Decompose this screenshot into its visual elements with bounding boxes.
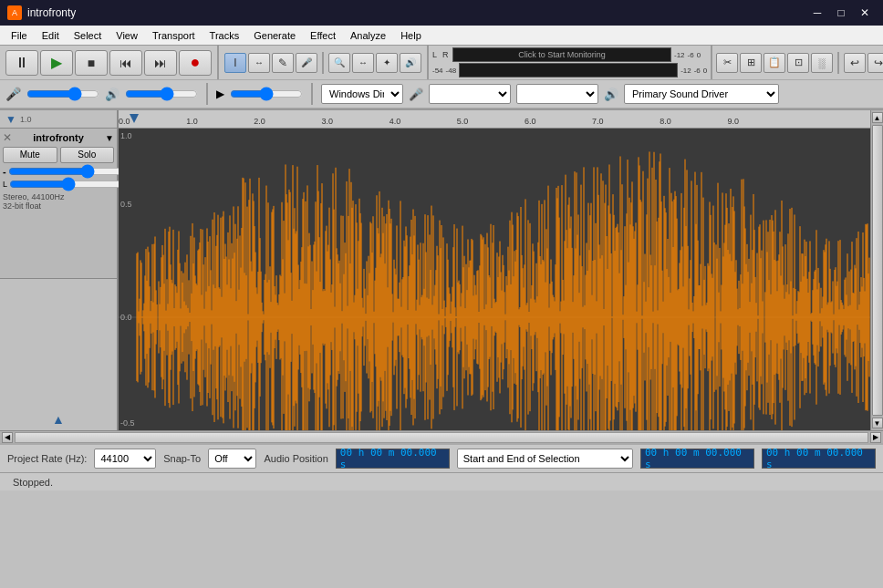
audio-position-field[interactable]: 00 h 00 m 00.000 s	[336, 449, 450, 469]
project-rate-label: Project Rate (Hz):	[7, 453, 87, 464]
menu-analyze[interactable]: Analyze	[343, 28, 393, 43]
waveform-top[interactable]	[119, 129, 870, 430]
stop-button[interactable]: ■	[75, 50, 108, 76]
multi-tool[interactable]: ✦	[376, 53, 398, 73]
mic-icon2: 🎤	[409, 88, 423, 101]
selection-end-field[interactable]: 00 h 00 m 00.000 s	[762, 449, 876, 469]
undo-button[interactable]: ↩	[844, 53, 866, 73]
hscroll-thumb[interactable]	[16, 433, 867, 442]
menu-select[interactable]: Select	[67, 28, 109, 43]
pan-slider[interactable]	[9, 179, 127, 190]
draw-tool[interactable]: ✎	[272, 53, 294, 73]
vu-right-label: R	[442, 50, 450, 59]
vu-left-label: L	[432, 50, 440, 59]
ruler-mark-1: 1.0	[186, 117, 198, 126]
speaker-tool[interactable]: 🔊	[400, 53, 421, 73]
skip-end-button[interactable]: ⏭	[144, 50, 177, 76]
mic-icon: 🎤	[5, 87, 21, 101]
hscroll-track[interactable]	[15, 432, 868, 443]
ruler-mark-7: 7.0	[592, 117, 604, 126]
input-volume-slider[interactable]	[26, 88, 99, 100]
collapse-track-btn[interactable]: ▲	[52, 412, 65, 427]
menu-file[interactable]: File	[4, 28, 35, 43]
vu-scale-r3: 0	[697, 51, 701, 59]
scroll-thumb-v[interactable]	[872, 125, 883, 416]
host-select[interactable]: Windows Dir	[321, 84, 403, 104]
speaker-icon2: 🔊	[604, 88, 618, 101]
output-device-select[interactable]: Primary Sound Driver	[624, 84, 779, 104]
trim-button[interactable]: ⊡	[787, 53, 809, 73]
bottom-toolbar: Project Rate (Hz): 44100 Snap-To Off Aud…	[0, 443, 883, 472]
track-expand-btn[interactable]: ▼	[105, 133, 114, 143]
pause-button[interactable]: ⏸	[5, 50, 38, 76]
vu-scale-2: -48	[446, 67, 457, 75]
menu-help[interactable]: Help	[393, 28, 429, 43]
mute-button[interactable]: Mute	[3, 147, 57, 163]
volume-slider[interactable]	[8, 166, 126, 177]
menu-view[interactable]: View	[109, 28, 145, 43]
menu-edit[interactable]: Edit	[35, 28, 67, 43]
track-info-line1: Stereo, 44100Hz	[3, 192, 114, 201]
maximize-button[interactable]: □	[830, 4, 852, 22]
zoom-fit-tool[interactable]: 🔍	[328, 53, 350, 73]
envelope-tool[interactable]: ↔	[248, 53, 270, 73]
track-close-btn[interactable]: ✕	[3, 131, 12, 144]
copy-button[interactable]: ⊞	[740, 53, 762, 73]
paste-button[interactable]: 📋	[764, 53, 785, 73]
timeline-zero: 1.0	[20, 115, 32, 124]
menu-transport[interactable]: Transport	[145, 28, 203, 43]
selection-start-field[interactable]: 00 h 00 m 00.000 s	[640, 449, 754, 469]
vu-meter-top[interactable]: Click to Start Monitoring	[452, 47, 671, 62]
separator	[322, 52, 324, 74]
menu-effect[interactable]: Effect	[303, 28, 343, 43]
ruler-mark-9: 9.0	[727, 117, 739, 126]
skip-start-button[interactable]: ⏮	[109, 50, 142, 76]
vu-meter-bottom[interactable]	[459, 63, 678, 77]
solo-button[interactable]: Solo	[60, 147, 115, 163]
vu-scale-b1: -12	[680, 67, 691, 75]
app-title: introfronty	[27, 6, 76, 19]
toolbars: ⏸ ▶ ■ ⏮ ⏭ ● I ↔ ✎ 🎤 🔍 ↔ ✦ 🔊 L R Click	[0, 46, 883, 110]
snap-to-select[interactable]: Off	[208, 449, 256, 469]
vol-minus-label: -	[3, 166, 6, 177]
scroll-up-btn[interactable]: ▲	[872, 112, 883, 123]
vertical-scrollbar[interactable]: ▲ ▼	[870, 110, 883, 430]
minimize-button[interactable]: ─	[806, 4, 828, 22]
move-tool[interactable]: ↔	[352, 53, 374, 73]
menu-tracks[interactable]: Tracks	[203, 28, 247, 43]
sep-device2	[311, 83, 313, 105]
menubar: File Edit Select View Transport Tracks G…	[0, 26, 883, 46]
window-controls: ─ □ ✕	[806, 4, 876, 22]
play-button[interactable]: ▶	[40, 50, 73, 76]
collapse-icon[interactable]: ▼	[5, 113, 16, 126]
close-button[interactable]: ✕	[854, 4, 876, 22]
track-info-line2: 32-bit float	[3, 201, 114, 211]
selection-tool[interactable]: I	[224, 53, 246, 73]
scroll-right-btn[interactable]: ▶	[870, 432, 881, 443]
title-left: A introfronty	[7, 5, 76, 20]
cut-button[interactable]: ✂	[716, 53, 738, 73]
workspace: ▼ 1.0 ✕ introfronty ▼ Mute Solo - +	[0, 110, 883, 443]
input-device-select[interactable]	[429, 84, 511, 104]
ruler-mark-0: 0.0	[119, 117, 130, 126]
speed-slider[interactable]	[230, 88, 303, 100]
scroll-left-btn[interactable]: ◀	[2, 432, 13, 443]
ruler-mark-8: 8.0	[660, 117, 671, 126]
selection-mode-select[interactable]: Start and End of Selection	[457, 449, 633, 469]
mic-tool[interactable]: 🎤	[296, 53, 317, 73]
project-rate-select[interactable]: 44100	[94, 449, 156, 469]
scroll-down-btn[interactable]: ▼	[872, 418, 883, 428]
track-name: introfronty	[33, 132, 84, 143]
horizontal-scrollbar[interactable]: ◀ ▶	[0, 430, 883, 443]
titlebar: A introfronty ─ □ ✕	[0, 0, 883, 26]
redo-button[interactable]: ↪	[867, 53, 883, 73]
vu-scale-b3: 0	[703, 67, 707, 75]
ruler-mark-4: 4.0	[390, 117, 401, 126]
ruler-mark-6: 6.0	[525, 117, 536, 126]
vu-scale-1: -54	[432, 67, 443, 75]
silence-button[interactable]: ░	[811, 53, 833, 73]
record-button[interactable]: ●	[179, 50, 212, 76]
output-volume-slider[interactable]	[125, 88, 198, 100]
menu-generate[interactable]: Generate	[246, 28, 303, 43]
input-channels-select[interactable]	[516, 84, 598, 104]
